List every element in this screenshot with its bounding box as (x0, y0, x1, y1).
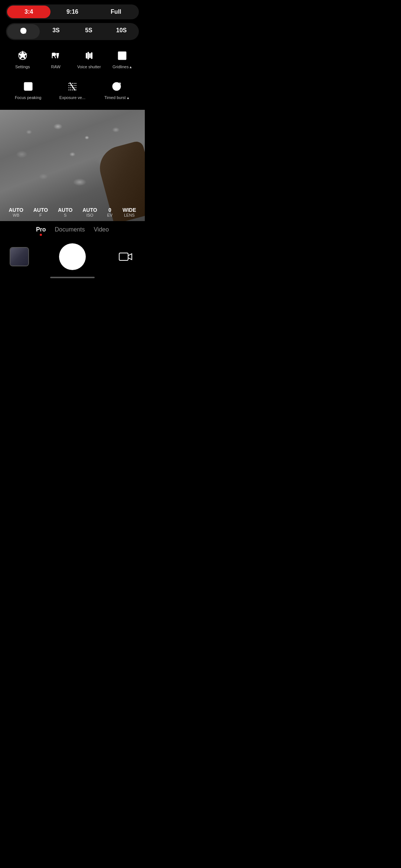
f-control[interactable]: AUTO F (33, 207, 48, 217)
gridlines-btn[interactable]: Gridlines ▴ (106, 45, 139, 73)
gridlines-icon (115, 49, 129, 62)
timer-off-btn[interactable] (7, 24, 40, 39)
app-container: 3:4 9:16 Full 3S 5S 10S (0, 0, 145, 280)
exposure-ve-label: Exposure ve... (59, 95, 85, 100)
focus-peaking-icon (22, 80, 35, 93)
timer-5s-btn[interactable]: 5S (72, 24, 105, 39)
svg-rect-4 (86, 53, 87, 58)
s-control[interactable]: AUTO S (58, 207, 72, 217)
voice-shutter-icon (82, 49, 96, 62)
settings-icon (16, 49, 29, 62)
timer-10s-btn[interactable]: 10S (105, 24, 138, 39)
aspect-9-16-btn[interactable]: 9:16 (50, 6, 94, 18)
f-label: F (39, 213, 42, 217)
shutter-button[interactable] (59, 243, 86, 270)
exposure-ve-icon (66, 80, 79, 93)
wb-control[interactable]: AUTO WB (9, 207, 23, 217)
timed-burst-btn[interactable]: Timed burst ▴ (95, 76, 139, 104)
ev-label: EV (107, 213, 113, 217)
raw-btn[interactable]: RAW (39, 45, 73, 73)
svg-rect-5 (88, 52, 88, 59)
settings-label: Settings (15, 65, 30, 69)
top-panel: 3:4 9:16 Full 3S 5S 10S (0, 0, 145, 110)
f-value: AUTO (33, 207, 48, 213)
tab-pro-label: Pro (36, 226, 46, 233)
ev-value: 0 (108, 207, 111, 213)
pro-active-dot (40, 234, 42, 236)
timer-3s-btn[interactable]: 3S (40, 24, 72, 39)
raw-label: RAW (51, 65, 61, 69)
lens-control[interactable]: WIDE LENS (123, 207, 136, 217)
iso-control[interactable]: AUTO ISO (82, 207, 97, 217)
voice-shutter-label: Voice shutter (77, 65, 101, 69)
tab-documents[interactable]: Documents (55, 225, 85, 237)
raw-icon (49, 49, 62, 62)
wb-label: WB (13, 213, 19, 217)
settings-row-2: Focus peaking Exposure ve... (6, 76, 139, 104)
pro-controls-overlay: AUTO WB AUTO F AUTO S AUTO ISO 0 EV WIDE… (0, 207, 145, 217)
tab-documents-label: Documents (55, 226, 85, 233)
svg-rect-25 (119, 253, 128, 260)
focus-peaking-label: Focus peaking (15, 95, 42, 100)
lens-label: LENS (124, 213, 135, 217)
last-photo-thumbnail[interactable] (10, 247, 29, 266)
home-bar (50, 277, 95, 278)
thumbnail-image (10, 248, 28, 266)
tab-video[interactable]: Video (94, 225, 109, 237)
shutter-row (6, 240, 139, 274)
timed-burst-label: Timed burst ▴ (104, 95, 129, 100)
lens-value: WIDE (123, 207, 136, 213)
svg-rect-8 (118, 52, 126, 60)
wb-value: AUTO (9, 207, 23, 213)
mode-tabs: Pro Documents Video (6, 225, 139, 237)
focus-peaking-btn[interactable]: Focus peaking (6, 76, 50, 104)
aspect-3-4-btn[interactable]: 3:4 (7, 6, 50, 18)
s-label: S (64, 213, 66, 217)
iso-value: AUTO (82, 207, 97, 213)
s-value: AUTO (58, 207, 72, 213)
tab-pro[interactable]: Pro (36, 225, 46, 237)
tab-video-label: Video (94, 226, 109, 233)
exposure-ve-btn[interactable]: Exposure ve... (50, 76, 94, 104)
svg-rect-14 (26, 85, 30, 88)
camera-viewfinder: AUTO WB AUTO F AUTO S AUTO ISO 0 EV WIDE… (0, 110, 145, 221)
home-indicator (6, 274, 139, 280)
ev-control[interactable]: 0 EV (107, 207, 113, 217)
aspect-ratio-selector: 3:4 9:16 Full (6, 4, 139, 19)
settings-btn[interactable]: Settings (6, 45, 39, 73)
iso-label: ISO (86, 213, 93, 217)
aspect-full-btn[interactable]: Full (94, 6, 138, 18)
bottom-controls: Pro Documents Video (0, 221, 145, 280)
voice-shutter-btn[interactable]: Voice shutter (72, 45, 106, 73)
svg-rect-7 (91, 53, 92, 59)
timer-selector: 3S 5S 10S (6, 23, 139, 40)
svg-rect-6 (89, 53, 90, 58)
gridlines-label: Gridlines ▴ (113, 65, 132, 69)
settings-row-1: Settings RAW (6, 45, 139, 73)
video-mode-button[interactable] (116, 247, 135, 266)
timed-burst-icon (110, 80, 123, 93)
